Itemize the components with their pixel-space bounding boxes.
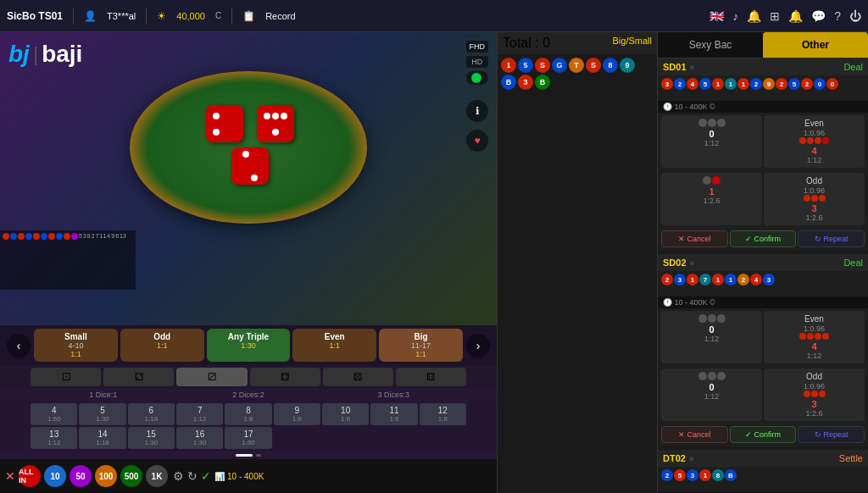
next-btn[interactable]: › — [466, 334, 490, 357]
bet-odd[interactable]: Odd 1:1 — [120, 329, 204, 362]
hist-num: 13 — [120, 233, 126, 240]
bet-options-list: Small 4-10 1:1 Odd 1:1 Any Triple 1:30 E… — [34, 329, 463, 362]
power-icon[interactable]: ⏻ — [849, 9, 861, 23]
fhd-badge[interactable]: FHD — [466, 41, 489, 53]
toggle-indicator — [471, 73, 481, 83]
num-16[interactable]: 161:30 — [176, 427, 223, 449]
info-button[interactable]: ℹ — [466, 100, 488, 122]
chip-100[interactable]: 100 — [95, 465, 117, 487]
num-13[interactable]: 131:12 — [31, 427, 77, 449]
bet-even[interactable]: Even 1:1 — [292, 329, 376, 362]
record-label[interactable]: Record — [265, 11, 295, 21]
chip-1k[interactable]: 1K — [146, 465, 168, 487]
hd-badge[interactable]: HD — [466, 56, 489, 68]
hist-item — [64, 233, 70, 240]
sd01-empty-cell[interactable]: 0 1:12 — [661, 115, 762, 168]
num-11[interactable]: 111:6 — [370, 403, 417, 425]
right-panel: Sexy Bac Other SD01 » Deal 3 2 4 5 1 1 1 — [658, 32, 868, 493]
bet-any-triple[interactable]: Any Triple 1:30 — [207, 329, 291, 362]
col-label-1: 1 Dice:1 — [31, 391, 175, 399]
dice-5-sel[interactable]: ⚄ — [323, 368, 393, 386]
num-9[interactable]: 91:6 — [274, 403, 320, 425]
sd02-even-cell[interactable]: Even 1:0.96 4 1:12 — [764, 311, 865, 363]
bet-small[interactable]: Small 4-10 1:1 — [34, 329, 118, 362]
hist-item — [33, 233, 40, 240]
num-5[interactable]: 51:30 — [79, 403, 125, 425]
sd01-odd-left[interactable]: 1 1:2.6 — [661, 173, 762, 225]
dot: G — [552, 58, 567, 73]
sd02-confirm[interactable]: ✓ Confirm — [730, 426, 797, 443]
dt02-dots: 2 5 3 1 8 B — [658, 467, 868, 492]
top-bar: SicBo TS01 👤 T3***al ☀ 40,000 C 📋 Record… — [0, 0, 868, 32]
dot: S — [586, 58, 601, 73]
num-4[interactable]: 41:60 — [31, 403, 77, 425]
chat-icon[interactable]: 💬 — [811, 9, 826, 23]
sd01-id: SD01 — [663, 62, 687, 72]
sd-dot: 2 — [750, 78, 762, 90]
sd-dot: 3 — [763, 274, 775, 285]
sd02-empty-cell[interactable]: 0 1:12 — [661, 311, 762, 363]
sd01-dots: 3 2 4 5 1 1 1 2 9 2 5 2 0 0 — [658, 75, 868, 101]
music-icon[interactable]: ♪ — [732, 9, 738, 23]
dice-inner — [164, 88, 333, 207]
die-1 — [206, 105, 243, 142]
sd-dot: 4 — [687, 78, 698, 90]
num-headers: 1 Dice:1 2 Dices:2 3 Dices:3 — [0, 389, 497, 401]
sd01-cancel[interactable]: ✕ Cancel — [661, 230, 728, 247]
sd-dot: 1 — [725, 274, 737, 285]
speaker-icon[interactable]: 🔔 — [747, 9, 761, 23]
hist-num: 6 — [115, 233, 119, 240]
sd02-odd-left[interactable]: 0 1:12 — [661, 368, 762, 421]
num-6[interactable]: 61:18 — [128, 403, 175, 425]
game-panel: bj | baji FHD HD ℹ ♥ — [0, 32, 497, 493]
flag-icon[interactable]: 🇬🇧 — [709, 9, 724, 23]
coins-unit: C — [215, 11, 221, 20]
right-tabs: Sexy Bac Other — [658, 32, 868, 58]
grid-icon[interactable]: ⊞ — [770, 9, 780, 23]
tab-sexy-bac[interactable]: Sexy Bac — [658, 32, 763, 58]
rotate-icon[interactable]: ↻ — [187, 469, 198, 483]
num-10[interactable]: 101:6 — [322, 403, 369, 425]
bell-icon[interactable]: 🔔 — [788, 9, 803, 23]
num-8[interactable]: 81:8 — [225, 403, 271, 425]
sd01-odd-cell[interactable]: Odd 1:0.96 3 1:2.6 — [764, 173, 865, 225]
tab-other[interactable]: Other — [763, 32, 868, 58]
page-dot-1 — [236, 454, 253, 457]
help-icon[interactable]: ? — [834, 9, 841, 23]
sd01-even-cell[interactable]: Even 1:0.96 4 1:12 — [764, 115, 865, 168]
bet-big[interactable]: Big 11-17 1:1 — [379, 329, 463, 362]
sd02-actions: ✕ Cancel ✓ Confirm ↻ Repeat — [658, 424, 868, 446]
num-7[interactable]: 71:12 — [176, 403, 223, 425]
sd01-bet-row-1: 0 1:12 Even 1:0.96 4 1:12 — [658, 113, 868, 170]
gear-icon[interactable]: ⚙ — [173, 469, 184, 483]
num-14[interactable]: 141:18 — [79, 427, 125, 449]
chip-allin[interactable]: ALL IN — [19, 465, 41, 487]
num-15[interactable]: 151:30 — [128, 427, 175, 449]
sd01-status: Deal — [843, 62, 863, 72]
chip-500[interactable]: 500 — [120, 465, 142, 487]
dot: 9 — [620, 58, 635, 73]
prev-btn[interactable]: ‹ — [7, 334, 31, 357]
dice-6-sel[interactable]: ⚅ — [396, 368, 466, 386]
sd02-repeat[interactable]: ↻ Repeat — [798, 426, 865, 443]
hd-toggle[interactable] — [466, 71, 489, 85]
dice-1-sel[interactable]: ⚀ — [31, 368, 101, 386]
sd02-odd-cell[interactable]: Odd 1:0.96 3 1:2.6 — [764, 368, 865, 421]
num-17[interactable]: 171:60 — [225, 427, 271, 449]
chip-50[interactable]: 50 — [70, 465, 92, 487]
check-icon[interactable]: ✓ — [201, 469, 211, 483]
sd02-arrow: » — [690, 258, 695, 268]
sd01-repeat[interactable]: ↻ Repeat — [798, 230, 865, 247]
dice-2-sel[interactable]: ⚁ — [103, 368, 174, 386]
favorite-button[interactable]: ♥ — [466, 130, 488, 152]
cancel-icon[interactable]: ✕ — [5, 469, 15, 483]
sd-dot: 8 — [712, 469, 724, 481]
chip-10[interactable]: 10 — [44, 465, 66, 487]
num-12[interactable]: 121:8 — [420, 403, 466, 425]
dot: 5 — [518, 58, 533, 73]
sd01-confirm[interactable]: ✓ Confirm — [730, 230, 797, 247]
dice-4-sel[interactable]: ⚃ — [250, 368, 320, 386]
page-indicator — [0, 451, 497, 459]
sd02-cancel[interactable]: ✕ Cancel — [661, 426, 728, 443]
dice-3-sel[interactable]: ⚂ — [176, 368, 247, 386]
